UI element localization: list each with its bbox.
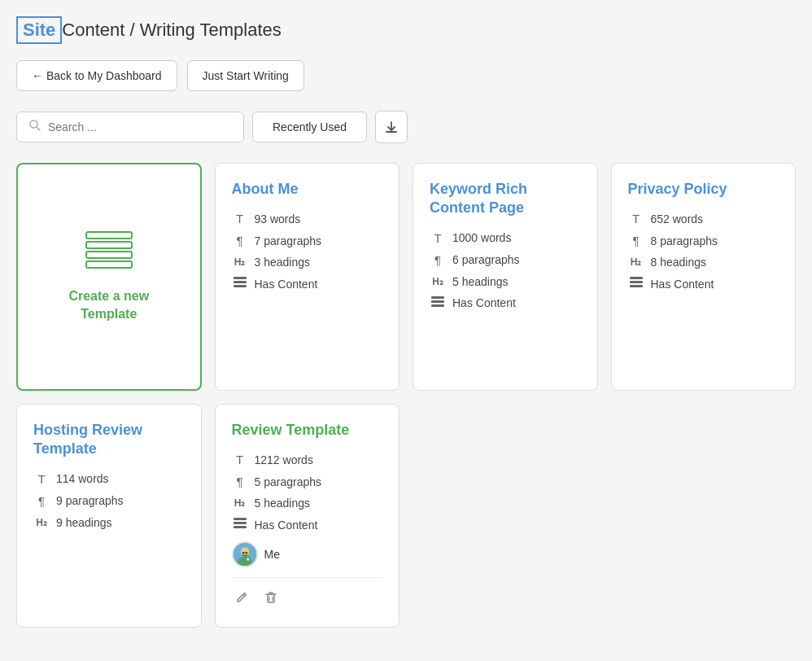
svg-rect-18 (234, 522, 247, 524)
about-me-paragraphs: ¶ 7 paragraphs (232, 234, 383, 247)
svg-rect-19 (234, 526, 247, 528)
card-actions (232, 577, 383, 611)
text-icon: T (628, 212, 644, 225)
text-icon: T (430, 231, 446, 245)
content-icon (232, 277, 248, 291)
review-template-card: Review Template T 1212 words ¶ 5 paragra… (215, 404, 400, 628)
privacy-policy-paragraphs: ¶ 8 paragraphs (628, 234, 779, 247)
search-input[interactable] (48, 120, 232, 134)
heading-icon: H₂ (628, 256, 644, 268)
svg-rect-14 (630, 277, 643, 279)
hosting-review-words: T 114 words (33, 472, 185, 486)
svg-point-0 (30, 120, 37, 128)
download-sort-button[interactable] (375, 111, 408, 143)
create-new-template-card[interactable]: Create a newTemplate (16, 163, 202, 391)
svg-line-27 (242, 595, 244, 597)
review-template-title[interactable]: Review Template (232, 421, 383, 440)
svg-line-1 (37, 128, 41, 131)
about-me-title[interactable]: About Me (232, 180, 383, 199)
avatar-name: Me (264, 548, 280, 561)
svg-rect-15 (630, 281, 643, 283)
svg-rect-11 (431, 296, 444, 299)
keyword-rich-content: Has Content (430, 296, 581, 310)
paragraph-icon: ¶ (232, 475, 248, 488)
about-me-content: Has Content (232, 277, 383, 291)
privacy-policy-card: Privacy Policy T 652 words ¶ 8 paragraph… (611, 163, 797, 391)
svg-rect-4 (86, 232, 132, 239)
keyword-rich-title[interactable]: Keyword Rich Content Page (430, 180, 581, 218)
review-template-headings: H₂ 5 headings (232, 497, 383, 510)
svg-rect-5 (86, 242, 132, 248)
search-icon (28, 119, 41, 135)
heading-icon: H₂ (430, 276, 446, 287)
review-template-content: Has Content (232, 518, 383, 532)
keyword-rich-card: Keyword Rich Content Page T 1000 words ¶… (413, 163, 598, 391)
paragraph-icon: ¶ (232, 234, 248, 247)
keyword-rich-words: T 1000 words (430, 231, 581, 245)
svg-rect-17 (234, 518, 247, 520)
about-me-card: About Me T 93 words ¶ 7 paragraphs H₂ 3 … (215, 163, 400, 391)
svg-rect-10 (234, 285, 247, 287)
hosting-review-card: Hosting Review Template T 114 words ¶ 9 … (16, 404, 202, 628)
svg-point-24 (245, 552, 247, 554)
hosting-review-headings: H₂ 9 headings (33, 516, 185, 529)
heading-icon: H₂ (232, 256, 248, 268)
svg-rect-16 (630, 285, 643, 287)
search-input-wrap (16, 112, 244, 142)
page-header: Site Content / Writing Templates (16, 16, 796, 44)
content-icon (232, 518, 248, 532)
paragraph-icon: ¶ (33, 494, 50, 508)
cards-grid-bottom: Hosting Review Template T 114 words ¶ 9 … (16, 404, 796, 628)
review-template-paragraphs: ¶ 5 paragraphs (232, 475, 383, 488)
delete-button[interactable] (261, 588, 281, 611)
create-template-label: Create a newTemplate (68, 287, 149, 324)
svg-rect-6 (86, 252, 132, 258)
svg-rect-12 (431, 300, 444, 303)
keyword-rich-headings: H₂ 5 headings (430, 275, 581, 288)
just-start-writing-button[interactable]: Just Start Writing (187, 60, 304, 91)
page-title: Content / Writing Templates (62, 20, 281, 41)
search-bar: Recently Used (16, 111, 796, 143)
svg-point-23 (242, 552, 244, 554)
back-to-dashboard-button[interactable]: ← Back to My Dashboard (16, 60, 177, 91)
text-icon: T (232, 453, 248, 466)
avatar-row: ★ Me (232, 541, 383, 567)
avatar: ★ (232, 541, 258, 567)
privacy-policy-headings: H₂ 8 headings (628, 256, 779, 269)
hosting-review-title[interactable]: Hosting Review Template (33, 421, 185, 459)
cards-grid-top: Create a newTemplate About Me T 93 words… (16, 163, 796, 391)
review-template-words: T 1212 words (232, 453, 383, 466)
privacy-policy-words: T 652 words (628, 212, 779, 225)
about-me-words: T 93 words (232, 212, 383, 225)
svg-rect-7 (86, 261, 132, 268)
paragraph-icon: ¶ (628, 234, 644, 247)
svg-rect-9 (234, 281, 247, 283)
heading-icon: H₂ (33, 517, 50, 528)
create-template-icon (85, 230, 133, 274)
brand-label: Site (16, 16, 62, 44)
svg-rect-13 (431, 304, 444, 307)
about-me-headings: H₂ 3 headings (232, 256, 383, 269)
recently-used-button[interactable]: Recently Used (252, 112, 367, 142)
text-icon: T (232, 212, 248, 225)
svg-rect-28 (268, 594, 274, 602)
svg-text:★: ★ (246, 556, 250, 562)
content-icon (628, 277, 644, 291)
text-icon: T (33, 472, 50, 486)
svg-point-21 (240, 548, 249, 557)
heading-icon: H₂ (232, 497, 248, 509)
edit-button[interactable] (232, 588, 251, 611)
privacy-policy-title[interactable]: Privacy Policy (628, 180, 779, 199)
svg-rect-8 (234, 277, 247, 279)
keyword-rich-paragraphs: ¶ 6 paragraphs (430, 253, 581, 267)
hosting-review-paragraphs: ¶ 9 paragraphs (33, 494, 185, 508)
action-bar: ← Back to My Dashboard Just Start Writin… (16, 60, 796, 91)
content-icon (430, 296, 446, 310)
privacy-policy-content: Has Content (628, 277, 779, 291)
paragraph-icon: ¶ (430, 253, 446, 267)
